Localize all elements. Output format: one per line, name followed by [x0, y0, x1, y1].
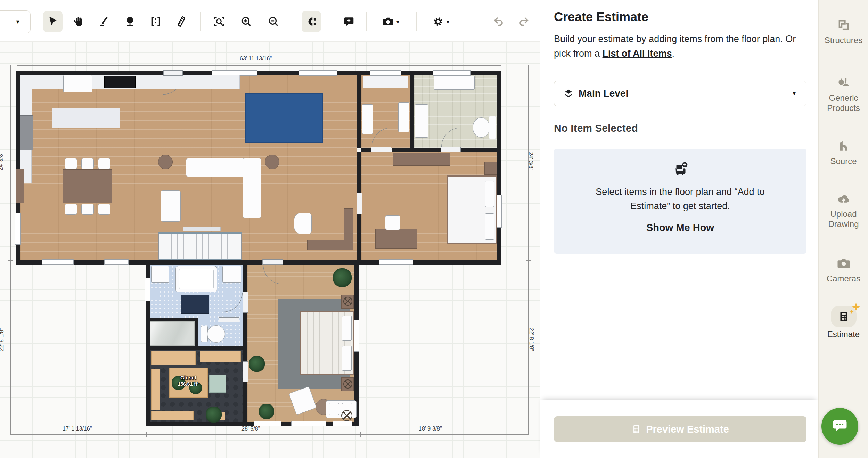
window[interactable]	[254, 421, 281, 426]
camera-menu-button[interactable]: ▼	[375, 11, 407, 32]
show-me-how-link[interactable]: Show Me How	[646, 222, 714, 234]
wardrobe[interactable]	[363, 76, 408, 88]
dining-chair[interactable]	[98, 204, 110, 215]
toilet-bowl[interactable]	[473, 117, 490, 138]
sidebar-item-generic-products[interactable]: Generic Products	[819, 76, 868, 113]
sidebar-item-structures[interactable]: Structures	[819, 18, 868, 46]
wall-v1-lower-a[interactable]	[357, 152, 361, 193]
shower[interactable]	[150, 321, 195, 346]
window[interactable]	[145, 278, 150, 301]
kitchen-sink[interactable]	[63, 75, 92, 92]
kitchen-island[interactable]	[52, 108, 120, 128]
redo-button[interactable]	[514, 11, 534, 32]
staircase[interactable]	[158, 232, 242, 260]
dining-chair[interactable]	[81, 158, 94, 169]
chat-button[interactable]	[821, 408, 858, 445]
pillow[interactable]	[485, 181, 494, 207]
wall-wing-mid-b[interactable]	[243, 313, 247, 361]
plant[interactable]	[259, 404, 274, 419]
wall-v2[interactable]	[410, 71, 414, 148]
nightstand[interactable]	[484, 162, 497, 175]
door-lower-bathroom[interactable]	[243, 292, 248, 313]
side-table[interactable]	[265, 155, 279, 169]
wall-right[interactable]	[497, 71, 501, 265]
plant[interactable]	[333, 268, 352, 287]
window[interactable]	[291, 421, 326, 426]
pan-tool-button[interactable]	[69, 11, 88, 32]
sidebar-item-source[interactable]: Source	[819, 139, 868, 166]
window[interactable]	[42, 259, 74, 265]
door-upper-bathroom[interactable]	[441, 147, 461, 152]
wall-h-b[interactable]	[392, 148, 441, 152]
zoom-in-button[interactable]	[237, 11, 256, 32]
plant[interactable]	[206, 407, 222, 423]
snap-toggle-button[interactable]	[302, 11, 321, 32]
sideboard[interactable]	[16, 169, 24, 203]
dining-chair[interactable]	[65, 204, 77, 215]
wall-bottom-mid-a[interactable]	[146, 260, 262, 265]
wall-wing-bottom[interactable]	[146, 422, 359, 426]
wall-toilet-compartment-h[interactable]	[150, 318, 195, 321]
pillow[interactable]	[342, 316, 352, 341]
wall-top[interactable]	[16, 71, 501, 75]
dining-chair[interactable]	[81, 204, 94, 215]
door-living-top[interactable]	[163, 70, 183, 76]
desk[interactable]	[375, 229, 417, 249]
wall-v1-lower-b[interactable]	[357, 214, 361, 260]
plant[interactable]	[249, 356, 265, 372]
ceiling-fan[interactable]	[341, 410, 352, 421]
accent-armchair[interactable]	[294, 213, 312, 234]
pillow[interactable]	[342, 346, 352, 371]
closet-shelf[interactable]	[151, 369, 160, 410]
measure-tool-button[interactable]	[172, 11, 191, 32]
bath-mat[interactable]	[181, 295, 209, 314]
level-selector-dropdown[interactable]: Main Level ▼	[554, 81, 806, 106]
wall-v1-upper[interactable]	[357, 71, 361, 148]
toilet-bowl[interactable]	[207, 325, 225, 343]
wall-h-a[interactable]	[361, 148, 371, 152]
door-master-bedroom[interactable]	[262, 259, 283, 265]
plant-tool-button[interactable]	[120, 11, 140, 32]
toilet-tank[interactable]	[201, 326, 208, 342]
floorplan-canvas[interactable]: 63' 11 13/16" 24' 3/8" 22' 8 1/8" 24' 3/…	[0, 0, 540, 458]
sofa-sectional-arm[interactable]	[243, 158, 261, 218]
room-tool-button[interactable]	[146, 11, 165, 32]
door-closet[interactable]	[243, 361, 248, 382]
dining-chair[interactable]	[98, 158, 110, 169]
door-bedroom-right[interactable]	[357, 193, 362, 214]
window[interactable]	[333, 421, 352, 426]
refrigerator[interactable]	[20, 115, 33, 150]
list-all-items-link[interactable]: List of All Items	[603, 48, 672, 59]
bathroom-vanity[interactable]	[415, 104, 428, 138]
window[interactable]	[433, 70, 471, 76]
door-toilet-compartment[interactable]	[219, 317, 239, 322]
desk-chair[interactable]	[385, 215, 400, 230]
sidebar-item-estimate[interactable]: Estimate	[819, 306, 868, 340]
window[interactable]	[299, 70, 337, 76]
closet-shelf[interactable]	[200, 351, 241, 362]
wall-bath-closet-divider[interactable]	[150, 346, 243, 350]
undo-button[interactable]	[489, 11, 508, 32]
wall-bottom-mid-b[interactable]	[283, 260, 359, 265]
settings-menu-button[interactable]: ▼	[425, 11, 457, 32]
blue-rug[interactable]	[245, 93, 323, 143]
canvas-level-dropdown[interactable]: ▼	[0, 10, 31, 33]
loveseat[interactable]	[161, 190, 181, 222]
door-small-room[interactable]	[371, 147, 391, 152]
zoom-to-fit-button[interactable]	[210, 11, 229, 32]
closet-bench[interactable]	[209, 375, 226, 393]
sidebar-item-upload-drawing[interactable]: Upload Drawing	[819, 192, 868, 229]
window[interactable]	[354, 320, 359, 352]
dining-chair[interactable]	[65, 158, 77, 169]
zoom-out-button[interactable]	[264, 11, 283, 32]
l-sofa-back[interactable]	[344, 208, 353, 250]
sidebar-item-cameras[interactable]: Cameras	[819, 256, 868, 284]
bathroom-vanity[interactable]	[222, 266, 241, 283]
preview-estimate-button[interactable]: Preview Estimate	[554, 416, 806, 442]
toilet-tank[interactable]	[489, 116, 496, 139]
dining-table[interactable]	[63, 169, 112, 203]
wall-toilet-compartment-v[interactable]	[195, 318, 198, 346]
wall-h-c[interactable]	[461, 148, 501, 152]
pillow[interactable]	[485, 213, 494, 240]
bathroom-counter[interactable]	[434, 76, 475, 90]
